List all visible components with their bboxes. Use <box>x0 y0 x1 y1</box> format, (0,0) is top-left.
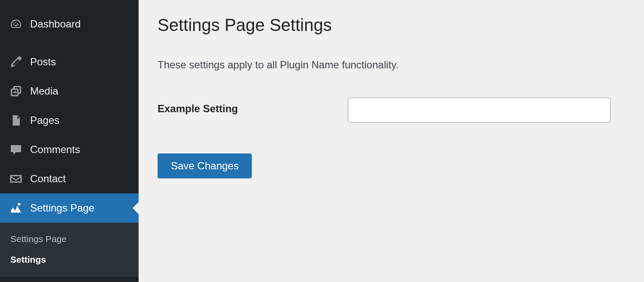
sidebar-item-comments[interactable]: Comments <box>0 135 139 164</box>
example-setting-input[interactable] <box>348 98 610 123</box>
dashboard-icon <box>8 16 24 32</box>
contact-icon <box>8 171 24 187</box>
sidebar-item-label: Comments <box>30 144 80 156</box>
sidebar-item-label: Media <box>30 85 58 97</box>
sidebar-item-posts[interactable]: Posts <box>0 47 139 77</box>
svg-point-0 <box>18 203 21 205</box>
sidebar-submenu: Settings Page Settings <box>0 223 139 277</box>
setting-field <box>348 98 610 123</box>
sidebar-item-label: Posts <box>30 56 56 68</box>
save-changes-button[interactable]: Save Changes <box>158 153 252 178</box>
comments-icon <box>8 141 24 158</box>
setting-row-example: Example Setting <box>158 98 625 123</box>
submenu-item-settings[interactable]: Settings <box>0 249 139 270</box>
settings-page-icon <box>8 200 24 216</box>
sidebar-item-pages[interactable]: Pages <box>0 106 139 135</box>
sidebar-item-label: Dashboard <box>30 18 80 30</box>
posts-icon <box>8 54 24 70</box>
sidebar-item-label: Contact <box>30 173 66 185</box>
menu-separator <box>0 39 139 47</box>
sidebar-item-contact[interactable]: Contact <box>0 164 139 193</box>
sidebar-item-label: Pages <box>30 114 59 126</box>
sidebar-item-dashboard[interactable]: Dashboard <box>0 9 139 39</box>
page-title: Settings Page Settings <box>158 15 625 35</box>
submenu-item-settings-page[interactable]: Settings Page <box>0 229 139 249</box>
sidebar-item-label: Settings Page <box>30 202 94 214</box>
page-description: These settings apply to all Plugin Name … <box>158 59 625 71</box>
admin-sidebar: Dashboard Posts Media Pages Comments Con… <box>0 0 139 282</box>
main-content: Settings Page Settings These settings ap… <box>139 0 644 282</box>
pages-icon <box>8 112 24 129</box>
sidebar-item-settings-page[interactable]: Settings Page <box>0 193 139 223</box>
sidebar-item-media[interactable]: Media <box>0 77 139 106</box>
media-icon <box>8 83 24 99</box>
setting-label: Example Setting <box>158 98 348 115</box>
